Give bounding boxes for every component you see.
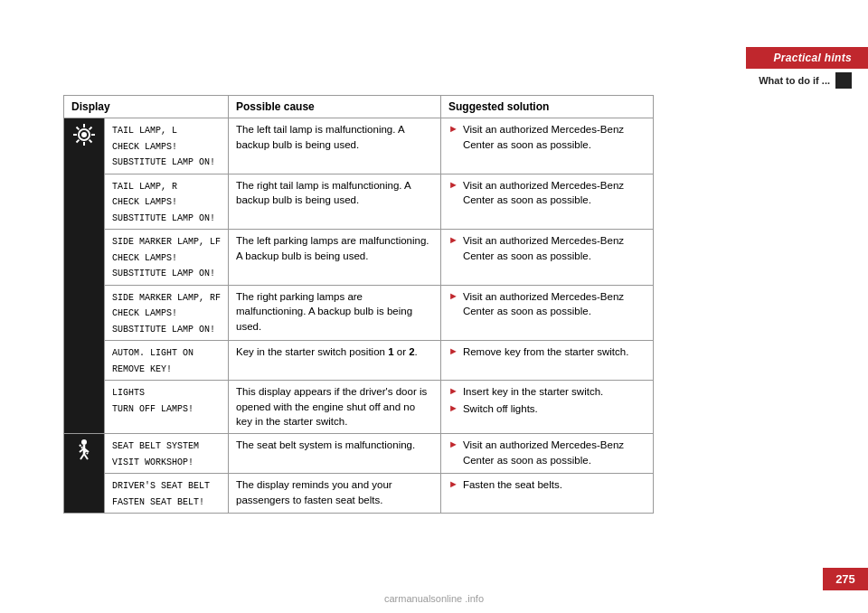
table-row: SIDE MARKER LAMP, RF CHECK LAMPS! SUBSTI… (64, 285, 654, 341)
table-row: TAIL LAMP, L CHECK LAMPS! SUBSTITUTE LAM… (64, 118, 654, 174)
bullet-item: ► Visit an authorized Mercedes-Benz Cent… (448, 438, 646, 467)
display-text: SIDE MARKER LAMP, RF CHECK LAMPS! SUBSTI… (112, 293, 221, 335)
bullet-item: ► Remove key from the starter switch. (448, 344, 646, 360)
cause-cell: The right tail lamp is malfunctioning. A… (229, 174, 441, 230)
arrow-icon: ► (448, 477, 458, 492)
svg-point-10 (81, 439, 87, 445)
table-row: LIGHTS TURN OFF LAMPS! This display appe… (64, 381, 654, 434)
display-text: AUTOM. LIGHT ON REMOVE KEY! (112, 348, 193, 374)
col-header-display: Display (64, 96, 229, 118)
display-text: SEAT BELT SYSTEM VISIT WORKSHOP! (112, 441, 199, 467)
watermark: carmanualsonline .info (384, 593, 484, 604)
page-number: 275 (823, 568, 868, 590)
solution-cell: ► Visit an authorized Mercedes-Benz Cent… (441, 174, 654, 230)
table-row: DRIVER'S SEAT BELT FASTEN SEAT BELT! The… (64, 474, 654, 514)
seatbelt-svg (72, 438, 96, 461)
display-cell: LIGHTS TURN OFF LAMPS! (105, 381, 229, 434)
page-container: Practical hints What to do if ... Displa… (0, 0, 868, 613)
arrow-icon: ► (448, 384, 458, 399)
bullet-item: ► Visit an authorized Mercedes-Benz Cent… (448, 122, 646, 152)
seatbelt-icon (71, 438, 97, 461)
seatbelt-icon-cell (64, 434, 105, 514)
solution-cell: ► Remove key from the starter switch. (441, 341, 654, 381)
cause-cell: Key in the starter switch position 1 or … (229, 341, 441, 381)
subsection-title: What to do if ... (750, 69, 868, 92)
table-row: SEAT BELT SYSTEM VISIT WORKSHOP! The sea… (64, 434, 654, 474)
svg-line-8 (77, 140, 80, 143)
arrow-icon: ► (448, 122, 458, 137)
svg-line-6 (90, 140, 92, 143)
display-cell: SIDE MARKER LAMP, RF CHECK LAMPS! SUBSTI… (105, 285, 229, 341)
solution-cell: ► Visit an authorized Mercedes-Benz Cent… (441, 285, 654, 341)
main-table: Display Possible cause Suggested solutio… (63, 95, 654, 514)
display-text: DRIVER'S SEAT BELT FASTEN SEAT BELT! (112, 481, 210, 507)
cause-cell: The display reminds you and your passeng… (229, 474, 441, 514)
display-text: SIDE MARKER LAMP, LF CHECK LAMPS! SUBSTI… (112, 237, 221, 278)
cause-cell: The left tail lamp is malfunctioning. A … (229, 118, 441, 174)
svg-line-15 (84, 454, 88, 459)
bullet-item: ► Fasten the seat belts. (448, 477, 646, 493)
col-header-solution: Suggested solution (441, 96, 654, 118)
arrow-icon: ► (448, 289, 458, 304)
lamp-icon (71, 122, 97, 147)
header-bar: Practical hints What to do if ... (746, 47, 868, 92)
cause-cell: This display appears if the driver's doo… (229, 381, 441, 434)
bullet-item: ► Visit an authorized Mercedes-Benz Cent… (448, 289, 646, 319)
arrow-icon: ► (448, 178, 458, 193)
lamp-icon-cell (64, 118, 105, 434)
col-header-cause: Possible cause (229, 96, 441, 118)
display-text: LIGHTS TURN OFF LAMPS! (112, 388, 193, 414)
table-row: TAIL LAMP, R CHECK LAMPS! SUBSTITUTE LAM… (64, 174, 654, 230)
arrow-icon: ► (448, 233, 458, 248)
arrow-icon: ► (448, 344, 458, 359)
display-text: TAIL LAMP, R CHECK LAMPS! SUBSTITUTE LAM… (112, 182, 215, 223)
bullet-item: ► Visit an authorized Mercedes-Benz Cent… (448, 178, 646, 208)
display-cell: SIDE MARKER LAMP, LF CHECK LAMPS! SUBSTI… (105, 230, 229, 286)
bold-2: 2 (409, 346, 414, 357)
svg-line-5 (77, 127, 80, 130)
display-text: TAIL LAMP, L CHECK LAMPS! SUBSTITUTE LAM… (112, 126, 215, 167)
arrow-icon: ► (448, 438, 458, 452)
svg-line-7 (90, 127, 92, 130)
bullet-item: ► Switch off lights. (448, 401, 646, 417)
solution-cell: ► Visit an authorized Mercedes-Benz Cent… (441, 118, 654, 174)
solution-cell: ► Insert key in the starter switch. ► Sw… (441, 381, 654, 434)
display-cell: TAIL LAMP, L CHECK LAMPS! SUBSTITUTE LAM… (105, 118, 229, 174)
table-row: AUTOM. LIGHT ON REMOVE KEY! Key in the s… (64, 341, 654, 381)
arrow-icon: ► (448, 401, 458, 416)
solution-cell: ► Visit an authorized Mercedes-Benz Cent… (441, 434, 654, 474)
solution-cell: ► Fasten the seat belts. (441, 474, 654, 514)
table-row: SIDE MARKER LAMP, LF CHECK LAMPS! SUBSTI… (64, 230, 654, 286)
display-cell: SEAT BELT SYSTEM VISIT WORKSHOP! (105, 434, 229, 474)
cause-cell: The seat belt system is malfunctioning. (229, 434, 441, 474)
bullet-item: ► Insert key in the starter switch. (448, 384, 646, 400)
lamp-svg (71, 122, 97, 147)
cause-cell: The left parking lamps are malfunctionin… (229, 230, 441, 286)
section-title: Practical hints (746, 47, 868, 69)
display-cell: DRIVER'S SEAT BELT FASTEN SEAT BELT! (105, 474, 229, 514)
cause-cell: The right parking lamps are malfunctioni… (229, 285, 441, 341)
solution-cell: ► Visit an authorized Mercedes-Benz Cent… (441, 230, 654, 286)
bullet-item: ► Visit an authorized Mercedes-Benz Cent… (448, 233, 646, 263)
display-cell: AUTOM. LIGHT ON REMOVE KEY! (105, 341, 229, 381)
svg-point-9 (81, 132, 87, 137)
bold-1: 1 (388, 346, 393, 357)
display-cell: TAIL LAMP, R CHECK LAMPS! SUBSTITUTE LAM… (105, 174, 229, 230)
